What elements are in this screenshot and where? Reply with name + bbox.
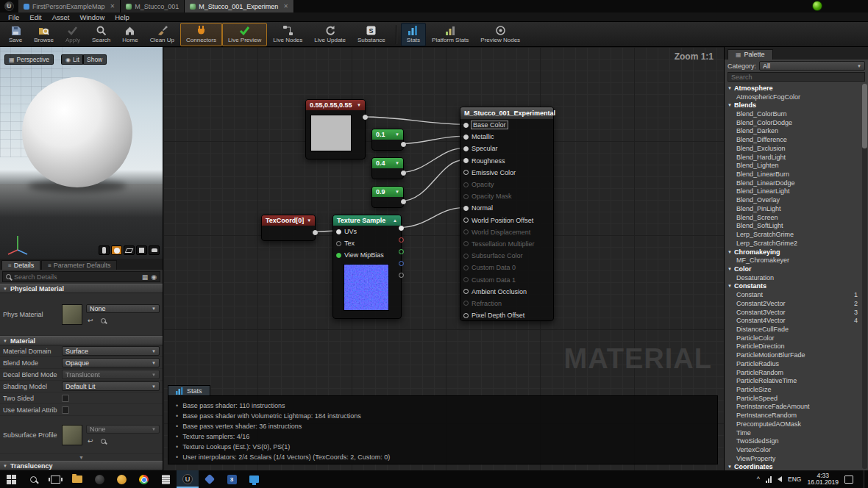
task-view-button[interactable] — [44, 470, 66, 488]
palette-item[interactable]: ▼ Coordinates — [725, 463, 868, 470]
output-pin[interactable] — [399, 249, 404, 254]
input-pin[interactable] — [463, 229, 469, 234]
palette-item[interactable]: ▼ ViewProperty — [725, 454, 868, 463]
subsurface-profile-dropdown[interactable]: None▼ — [86, 425, 160, 434]
cube-shape-button[interactable] — [136, 245, 147, 255]
palette-item[interactable]: ▼ Blend_PinLight — [725, 204, 868, 213]
shading-model-dropdown[interactable]: Default Lit▼ — [62, 381, 160, 391]
input-pin[interactable] — [463, 146, 469, 151]
material-pin-row[interactable]: Opacity — [460, 179, 553, 190]
input-pin-row[interactable]: View MipBias — [333, 249, 401, 261]
output-pin[interactable] — [401, 171, 406, 176]
output-pin[interactable] — [399, 237, 404, 243]
palette-item[interactable]: ▼ DistanceCullFade — [725, 325, 868, 334]
material-pin-row[interactable]: Custom Data 0 — [460, 262, 553, 273]
palette-item[interactable]: ▼ TwoSidedSign — [725, 437, 868, 445]
constant-node-roughness[interactable]: 0.9▼ — [371, 186, 404, 208]
perspective-button[interactable]: ▦ Perspective — [4, 54, 54, 65]
material-pin-row[interactable]: Opacity Mask — [460, 190, 553, 202]
palette-item[interactable]: ▼ Constant 1 — [725, 290, 868, 299]
palette-item[interactable]: ▼ ParticleRadius — [725, 359, 868, 368]
menu-item[interactable]: Help — [110, 13, 135, 21]
tab-details[interactable]: ≡Details — [1, 260, 40, 270]
output-pin[interactable] — [313, 230, 318, 235]
action-center-icon[interactable] — [844, 476, 853, 484]
palette-item[interactable]: ▼ Blend_Exclusion — [725, 144, 868, 153]
chrome-button[interactable] — [132, 470, 154, 488]
palette-item[interactable]: ▼ Time — [725, 428, 868, 437]
apply-button[interactable]: Apply — [60, 23, 86, 46]
menu-item[interactable]: Edit — [24, 13, 46, 21]
material-pin-row[interactable]: World Displacement — [460, 226, 553, 238]
material-pin-row[interactable]: Specular — [460, 143, 553, 154]
taskbar-search-button[interactable] — [22, 470, 44, 488]
material-domain-dropdown[interactable]: Surface▼ — [62, 346, 160, 356]
connectors-button[interactable]: Connectors — [180, 23, 222, 46]
texture-sample-node[interactable]: Texture Sample▲ UVs Tex View MipBias — [332, 215, 402, 319]
input-pin[interactable] — [463, 218, 469, 223]
input-pin-row[interactable]: Tex — [333, 237, 401, 249]
platform-stats-button[interactable]: Platform Stats — [426, 23, 474, 46]
material-pin-row[interactable]: Ambient Occlusion — [460, 286, 553, 298]
input-pin[interactable] — [463, 301, 469, 306]
material-pin-row[interactable]: Custom Data 1 — [460, 273, 553, 285]
category-dropdown[interactable]: All▼ — [759, 61, 865, 71]
output-pin[interactable] — [399, 273, 404, 278]
show-button[interactable]: Show — [82, 54, 107, 65]
unreal-editor-button[interactable]: U — [177, 470, 199, 488]
two-sided-checkbox[interactable] — [62, 395, 69, 402]
save-button[interactable]: Save — [3, 23, 28, 46]
stats-button[interactable]: Stats — [401, 23, 426, 46]
collapse-icon[interactable]: ▼ — [395, 190, 399, 194]
section-translucency[interactable]: ▼Translucency — [0, 461, 163, 470]
use-material-attributes-checkbox[interactable] — [62, 406, 69, 414]
palette-item[interactable]: ▼ Lerp_ScratchGrime2 — [725, 239, 868, 248]
palette-search-input[interactable] — [731, 73, 861, 81]
tab-palette[interactable]: ▦ Palette — [728, 49, 773, 60]
palette-item[interactable]: ▼ ParticleRelativeTime — [725, 376, 868, 385]
cylinder-shape-button[interactable] — [99, 245, 110, 255]
start-button[interactable] — [0, 470, 22, 488]
menu-item[interactable]: Asset — [47, 13, 75, 21]
palette-item[interactable]: ▼ Blend_HardLight — [725, 153, 868, 162]
notepad-button[interactable] — [154, 470, 177, 488]
palette-item[interactable]: ▼ Blend_Screen — [725, 213, 868, 222]
scrollbar-thumb[interactable] — [862, 84, 867, 148]
palette-item[interactable]: ▼ Blend_Lighten — [725, 161, 868, 170]
palette-item[interactable]: ▼ Constant4Vector 4 — [725, 316, 868, 325]
palette-item[interactable]: ▼ Blend_Difference — [725, 135, 868, 144]
input-pin[interactable] — [463, 170, 469, 175]
sphere-shape-button[interactable] — [111, 245, 122, 255]
phys-material-thumbnail[interactable] — [62, 304, 82, 325]
material-graph-canvas[interactable]: Zoom 1:1 MATERIAL 0.55,0.55,0.55▼ 0.1▼ 0… — [163, 47, 724, 470]
subsurface-profile-thumbnail[interactable] — [62, 425, 82, 445]
palette-item[interactable]: ▼ Lerp_ScratchGrime — [725, 230, 868, 239]
palette-item[interactable]: ▼ VertexColor — [725, 445, 868, 454]
taskbar-clock[interactable]: 4:33 16.01.2019 — [807, 473, 839, 487]
palette-item[interactable]: ▼ Blend_ColorBurn — [725, 110, 868, 118]
find-in-browser-icon[interactable] — [101, 439, 106, 444]
output-pin[interactable] — [399, 226, 404, 231]
input-pin[interactable] — [463, 254, 469, 259]
file-explorer-button[interactable] — [66, 470, 88, 488]
stats-tab[interactable]: Stats — [168, 385, 210, 396]
launcher-app-button[interactable] — [110, 470, 132, 488]
constant-node-specular[interactable]: 0.4▼ — [371, 157, 404, 179]
palette-item[interactable]: ▼ Atmosphere — [725, 84, 868, 93]
preview-viewport[interactable]: ▦ Perspective ◉ Lit Show — [0, 47, 163, 259]
palette-item[interactable]: ▼ Constant2Vector 2 — [725, 299, 868, 308]
input-pin[interactable] — [463, 123, 469, 128]
palette-scrollbar[interactable] — [862, 84, 867, 469]
tab-firstperson-map[interactable]: FirstPersonExampleMap ✕ — [18, 0, 121, 12]
input-pin-row[interactable]: UVs — [333, 226, 401, 237]
output-pin[interactable] — [363, 115, 368, 120]
input-pin[interactable] — [463, 265, 469, 270]
preview-nodes-button[interactable]: Preview Nodes — [474, 23, 526, 46]
menu-item[interactable]: File — [3, 13, 24, 21]
dev-tool-button[interactable] — [199, 470, 221, 488]
substance-button[interactable]: S Substance — [352, 23, 391, 46]
palette-item[interactable]: ▼ Blend_SoftLight — [725, 222, 868, 231]
material-result-node[interactable]: M_Stucco_001_Experimental Base Color Met… — [460, 107, 554, 321]
volume-icon[interactable] — [778, 476, 782, 482]
material-pin-row[interactable]: Subsurface Color — [460, 250, 553, 262]
